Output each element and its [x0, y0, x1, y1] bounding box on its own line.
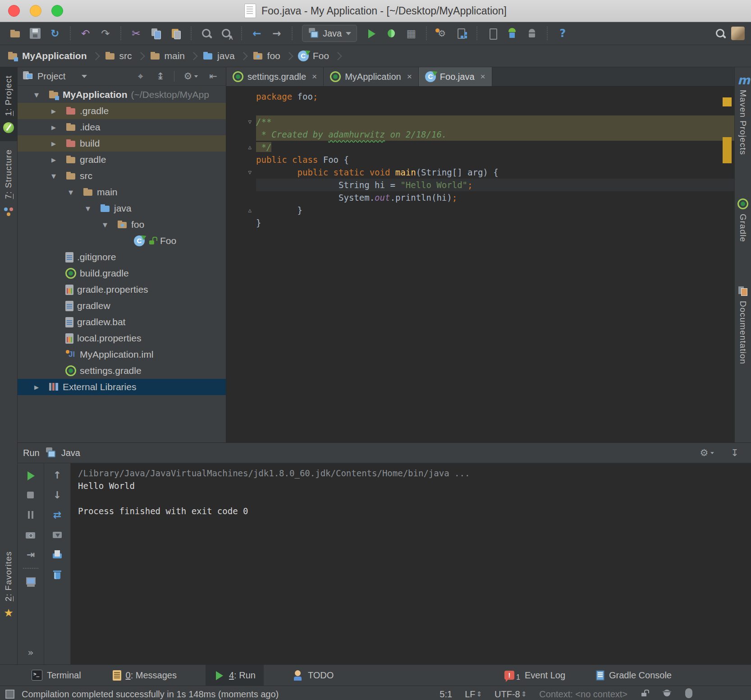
breadcrumb-item-java[interactable]: java — [202, 51, 235, 61]
tree-open-arrow-icon[interactable]: ▼ — [46, 173, 62, 180]
replace-button[interactable]: A — [217, 24, 235, 42]
fold-up-icon[interactable]: ▵ — [226, 204, 256, 216]
tool-window-button-event-log[interactable]: 1Event Log — [502, 669, 568, 682]
close-icon[interactable]: × — [312, 72, 317, 82]
console-gear-button[interactable]: ⚙ — [697, 444, 717, 462]
paste-button[interactable] — [167, 24, 185, 42]
status-widget-lf[interactable]: LF⇕ — [465, 689, 482, 700]
exit-button[interactable]: ⇥ — [22, 548, 40, 562]
fold-down-icon[interactable]: ▿ — [226, 115, 256, 128]
tree-row-gradle[interactable]: ▶.gradle — [18, 103, 226, 119]
tree-row-external-libraries[interactable]: ▶External Libraries — [18, 379, 226, 395]
tree-row-gradlew-bat[interactable]: gradlew.bat — [18, 314, 226, 330]
tool-button-project[interactable]: 1: Project — [0, 67, 17, 141]
warning-stripe-mark[interactable] — [723, 97, 732, 106]
tree-row-main[interactable]: ▼main — [18, 184, 226, 200]
status-widget-5-1[interactable]: 5:1 — [440, 689, 452, 700]
settings-wrench-button[interactable]: ⚙ — [433, 24, 451, 42]
tree-closed-arrow-icon[interactable]: ▶ — [28, 384, 45, 391]
copy-button[interactable] — [147, 24, 165, 42]
tree-row-myapplication[interactable]: ▼MyApplication (~/Desktop/MyApp — [18, 87, 226, 103]
maximize-button[interactable] — [51, 5, 63, 17]
forward-button[interactable]: → — [268, 24, 286, 42]
sdk-manager-button[interactable] — [483, 24, 501, 42]
tree-row-src[interactable]: ▼src — [18, 168, 226, 184]
breadcrumb-item-main[interactable]: main — [150, 51, 185, 61]
breadcrumb-item-src[interactable]: src — [105, 51, 132, 61]
close-button[interactable] — [8, 5, 20, 17]
tree-row-myapplication-iml[interactable]: MyApplication.iml — [18, 346, 226, 363]
redo-button[interactable]: ↷ — [96, 24, 114, 42]
gear-button[interactable]: ⚙ — [182, 70, 200, 83]
chevrons-button[interactable]: » — [22, 646, 40, 659]
search-everywhere-button[interactable] — [711, 24, 729, 42]
status-widget-context-no-context[interactable]: Context: <no context> — [539, 689, 627, 700]
tool-button-gradle[interactable]: Gradle — [737, 198, 748, 242]
breadcrumb-item-myapplication[interactable]: MyApplication — [7, 51, 87, 61]
trash-button[interactable] — [48, 568, 66, 581]
fold-up-icon[interactable]: ▵ — [226, 141, 256, 153]
tool-button-documentation[interactable]: Documentation — [737, 286, 748, 364]
help-button[interactable]: ? — [554, 24, 572, 42]
undo-button[interactable]: ↶ — [77, 24, 95, 42]
tree-row-foo[interactable]: Foo — [18, 233, 226, 249]
collapse-button[interactable]: ↨ — [154, 70, 167, 83]
tree-closed-arrow-icon[interactable]: ▶ — [46, 124, 62, 131]
tool-button-structure[interactable]: 7: Structure — [0, 141, 17, 224]
tool-button-maven-projects[interactable]: mMaven Projects — [737, 74, 748, 155]
tree-closed-arrow-icon[interactable]: ▶ — [46, 157, 62, 163]
close-icon[interactable]: × — [481, 72, 485, 82]
hide-console-button[interactable]: ↧ — [726, 444, 744, 462]
tree-closed-arrow-icon[interactable]: ▶ — [46, 140, 62, 147]
oval-widget[interactable] — [685, 688, 692, 700]
cut-button[interactable]: ✂ — [127, 24, 145, 42]
tool-window-button-gradle-console[interactable]: Gradle Console — [593, 670, 674, 681]
run-console[interactable]: /Library/Java/JavaVirtualMachines/jdk1.8… — [71, 463, 751, 665]
code-editor[interactable]: package foo;▿/** * Created by adamhurwit… — [226, 87, 734, 442]
toggle-stripes-icon[interactable] — [5, 690, 14, 699]
breadcrumb-item-foo[interactable]: foo — [252, 51, 280, 61]
locate-button[interactable]: ⌖ — [134, 70, 147, 83]
tree-open-arrow-icon[interactable]: ▼ — [97, 221, 113, 228]
warning-stripe-mark[interactable] — [723, 137, 732, 163]
fold-down-icon[interactable]: ▿ — [226, 166, 256, 179]
tree-row-local-properties[interactable]: local.properties — [18, 330, 226, 346]
tool-window-button-run[interactable]: 4: Run — [206, 665, 264, 686]
breadcrumb-item-foo[interactable]: Foo — [298, 51, 329, 61]
tool-window-button-terminal[interactable]: Terminal — [29, 665, 84, 686]
tree-row-gradle-properties[interactable]: gradle.properties — [18, 281, 226, 298]
tree-row-foo[interactable]: ▼foo — [18, 216, 226, 233]
tab-foo-java[interactable]: Foo.java× — [419, 67, 492, 86]
gradle-sync-button[interactable]: ↻ — [46, 24, 64, 42]
avd-manager-button[interactable] — [503, 24, 521, 42]
tool-button-favorites[interactable]: 2: Favorites★ — [0, 543, 17, 626]
monitor-button[interactable] — [22, 575, 40, 589]
tree-open-arrow-icon[interactable]: ▼ — [80, 205, 96, 212]
run-button[interactable] — [362, 24, 380, 42]
tree-row-gitignore[interactable]: .gitignore — [18, 249, 226, 265]
restore-button[interactable]: ⇄ — [48, 508, 66, 522]
coverage-button[interactable]: ▦ — [402, 24, 420, 42]
tab-myapplication[interactable]: MyApplication× — [324, 67, 419, 86]
tree-row-gradlew[interactable]: gradlew — [18, 298, 226, 314]
back-button[interactable]: ← — [248, 24, 266, 42]
down-button[interactable]: ↓ — [48, 488, 66, 502]
save-button[interactable] — [26, 24, 44, 42]
minimize-button[interactable] — [30, 5, 41, 17]
tree-row-settings-gradle[interactable]: settings.gradle — [18, 363, 226, 379]
tree-row-gradle[interactable]: ▶gradle — [18, 152, 226, 168]
tree-row-build[interactable]: ▶build — [18, 135, 226, 152]
stop-button[interactable] — [22, 488, 40, 502]
debug-button[interactable] — [382, 24, 400, 42]
print-button[interactable] — [48, 548, 66, 562]
pause-button[interactable] — [22, 508, 40, 522]
find-button[interactable] — [197, 24, 215, 42]
tab-settings-gradle[interactable]: settings.gradle× — [226, 67, 324, 86]
tree-closed-arrow-icon[interactable]: ▶ — [46, 108, 62, 115]
project-view-selector[interactable]: Project — [22, 71, 87, 82]
android-button[interactable] — [523, 24, 541, 42]
open-folder-button[interactable] — [6, 24, 24, 42]
project-structure-button[interactable] — [453, 24, 471, 42]
tree-open-arrow-icon[interactable]: ▼ — [28, 92, 45, 98]
tree-open-arrow-icon[interactable]: ▼ — [63, 189, 79, 196]
